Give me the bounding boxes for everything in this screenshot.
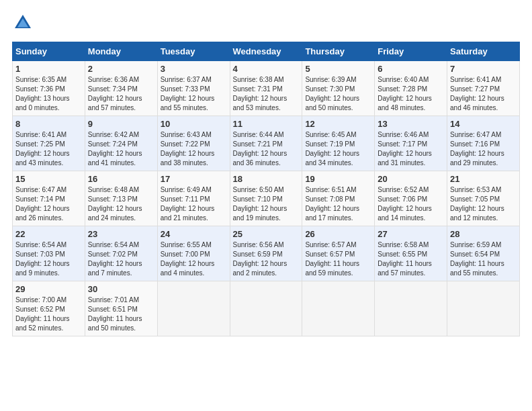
week-row-3: 22Sunrise: 6:54 AM Sunset: 7:03 PM Dayli… [13, 226, 520, 281]
logo-icon [12, 12, 34, 34]
day-number: 5 [305, 64, 371, 74]
day-cell [230, 281, 302, 336]
day-number: 21 [450, 174, 517, 184]
weekday-header-row: SundayMondayTuesdayWednesdayThursdayFrid… [13, 42, 520, 61]
weekday-header-monday: Monday [85, 42, 157, 61]
day-info: Sunrise: 6:42 AM Sunset: 7:24 PM Dayligh… [88, 130, 154, 168]
day-number: 4 [233, 64, 300, 74]
day-number: 14 [450, 119, 517, 129]
day-cell: 17Sunrise: 6:49 AM Sunset: 7:11 PM Dayli… [157, 171, 230, 226]
day-cell: 10Sunrise: 6:43 AM Sunset: 7:22 PM Dayli… [157, 116, 230, 171]
day-number: 2 [88, 64, 154, 74]
weekday-header-sunday: Sunday [13, 42, 85, 61]
day-info: Sunrise: 6:55 AM Sunset: 7:00 PM Dayligh… [161, 240, 227, 278]
day-info: Sunrise: 7:00 AM Sunset: 6:52 PM Dayligh… [15, 295, 82, 333]
day-number: 6 [378, 64, 444, 74]
day-number: 1 [15, 64, 82, 74]
day-number: 3 [161, 64, 227, 74]
day-info: Sunrise: 6:41 AM Sunset: 7:27 PM Dayligh… [450, 75, 517, 113]
day-cell: 12Sunrise: 6:45 AM Sunset: 7:19 PM Dayli… [302, 116, 375, 171]
day-cell: 14Sunrise: 6:47 AM Sunset: 7:16 PM Dayli… [447, 116, 520, 171]
weekday-header-saturday: Saturday [447, 42, 520, 61]
day-info: Sunrise: 6:51 AM Sunset: 7:08 PM Dayligh… [305, 185, 371, 223]
day-info: Sunrise: 6:35 AM Sunset: 7:36 PM Dayligh… [15, 75, 82, 113]
day-cell: 15Sunrise: 6:47 AM Sunset: 7:14 PM Dayli… [13, 171, 85, 226]
day-number: 20 [378, 174, 444, 184]
day-number: 26 [305, 229, 371, 239]
day-number: 29 [15, 284, 82, 294]
day-cell: 20Sunrise: 6:52 AM Sunset: 7:06 PM Dayli… [375, 171, 447, 226]
day-cell: 13Sunrise: 6:46 AM Sunset: 7:17 PM Dayli… [375, 116, 447, 171]
day-cell: 18Sunrise: 6:50 AM Sunset: 7:10 PM Dayli… [230, 171, 302, 226]
weekday-header-wednesday: Wednesday [230, 42, 302, 61]
day-cell: 11Sunrise: 6:44 AM Sunset: 7:21 PM Dayli… [230, 116, 302, 171]
day-cell [375, 281, 447, 336]
calendar-header [12, 12, 520, 34]
day-cell: 29Sunrise: 7:00 AM Sunset: 6:52 PM Dayli… [13, 281, 85, 336]
day-number: 25 [233, 229, 300, 239]
day-cell: 7Sunrise: 6:41 AM Sunset: 7:27 PM Daylig… [447, 61, 520, 116]
day-number: 8 [15, 119, 82, 129]
day-number: 10 [161, 119, 227, 129]
day-cell: 22Sunrise: 6:54 AM Sunset: 7:03 PM Dayli… [13, 226, 85, 281]
day-number: 18 [233, 174, 300, 184]
day-cell: 30Sunrise: 7:01 AM Sunset: 6:51 PM Dayli… [85, 281, 157, 336]
day-number: 28 [450, 229, 517, 239]
day-number: 27 [378, 229, 444, 239]
day-cell: 24Sunrise: 6:55 AM Sunset: 7:00 PM Dayli… [157, 226, 230, 281]
day-number: 19 [305, 174, 371, 184]
day-cell [302, 281, 375, 336]
week-row-2: 15Sunrise: 6:47 AM Sunset: 7:14 PM Dayli… [13, 171, 520, 226]
day-cell: 5Sunrise: 6:39 AM Sunset: 7:30 PM Daylig… [302, 61, 375, 116]
day-cell: 27Sunrise: 6:58 AM Sunset: 6:55 PM Dayli… [375, 226, 447, 281]
day-info: Sunrise: 6:44 AM Sunset: 7:21 PM Dayligh… [233, 130, 300, 168]
day-cell: 2Sunrise: 6:36 AM Sunset: 7:34 PM Daylig… [85, 61, 157, 116]
day-cell: 23Sunrise: 6:54 AM Sunset: 7:02 PM Dayli… [85, 226, 157, 281]
calendar-container: SundayMondayTuesdayWednesdayThursdayFrid… [0, 0, 532, 343]
weekday-header-friday: Friday [375, 42, 447, 61]
day-cell: 16Sunrise: 6:48 AM Sunset: 7:13 PM Dayli… [85, 171, 157, 226]
day-number: 30 [88, 284, 154, 294]
calendar-table: SundayMondayTuesdayWednesdayThursdayFrid… [12, 42, 520, 336]
day-cell: 3Sunrise: 6:37 AM Sunset: 7:33 PM Daylig… [157, 61, 230, 116]
day-cell: 6Sunrise: 6:40 AM Sunset: 7:28 PM Daylig… [375, 61, 447, 116]
day-cell: 8Sunrise: 6:41 AM Sunset: 7:25 PM Daylig… [13, 116, 85, 171]
day-number: 24 [161, 229, 227, 239]
logo [12, 12, 36, 34]
day-number: 17 [161, 174, 227, 184]
day-info: Sunrise: 6:39 AM Sunset: 7:30 PM Dayligh… [305, 75, 371, 113]
day-info: Sunrise: 6:43 AM Sunset: 7:22 PM Dayligh… [161, 130, 227, 168]
day-cell [157, 281, 230, 336]
week-row-0: 1Sunrise: 6:35 AM Sunset: 7:36 PM Daylig… [13, 61, 520, 116]
day-info: Sunrise: 6:52 AM Sunset: 7:06 PM Dayligh… [378, 185, 444, 223]
day-cell [447, 281, 520, 336]
day-number: 23 [88, 229, 154, 239]
weekday-header-tuesday: Tuesday [157, 42, 230, 61]
day-info: Sunrise: 6:54 AM Sunset: 7:02 PM Dayligh… [88, 240, 154, 278]
day-info: Sunrise: 6:50 AM Sunset: 7:10 PM Dayligh… [233, 185, 300, 223]
day-number: 12 [305, 119, 371, 129]
day-info: Sunrise: 6:38 AM Sunset: 7:31 PM Dayligh… [233, 75, 300, 113]
day-info: Sunrise: 6:40 AM Sunset: 7:28 PM Dayligh… [378, 75, 444, 113]
day-info: Sunrise: 6:58 AM Sunset: 6:55 PM Dayligh… [378, 240, 444, 278]
day-number: 11 [233, 119, 300, 129]
week-row-4: 29Sunrise: 7:00 AM Sunset: 6:52 PM Dayli… [13, 281, 520, 336]
day-info: Sunrise: 6:47 AM Sunset: 7:14 PM Dayligh… [15, 185, 82, 223]
day-info: Sunrise: 6:53 AM Sunset: 7:05 PM Dayligh… [450, 185, 517, 223]
day-info: Sunrise: 6:36 AM Sunset: 7:34 PM Dayligh… [88, 75, 154, 113]
day-info: Sunrise: 6:48 AM Sunset: 7:13 PM Dayligh… [88, 185, 154, 223]
day-cell: 1Sunrise: 6:35 AM Sunset: 7:36 PM Daylig… [13, 61, 85, 116]
day-cell: 4Sunrise: 6:38 AM Sunset: 7:31 PM Daylig… [230, 61, 302, 116]
day-number: 15 [15, 174, 82, 184]
day-info: Sunrise: 6:46 AM Sunset: 7:17 PM Dayligh… [378, 130, 444, 168]
day-info: Sunrise: 6:41 AM Sunset: 7:25 PM Dayligh… [15, 130, 82, 168]
day-info: Sunrise: 6:54 AM Sunset: 7:03 PM Dayligh… [15, 240, 82, 278]
day-info: Sunrise: 6:45 AM Sunset: 7:19 PM Dayligh… [305, 130, 371, 168]
day-info: Sunrise: 6:57 AM Sunset: 6:57 PM Dayligh… [305, 240, 371, 278]
day-info: Sunrise: 6:56 AM Sunset: 6:59 PM Dayligh… [233, 240, 300, 278]
weekday-header-thursday: Thursday [302, 42, 375, 61]
day-number: 22 [15, 229, 82, 239]
day-cell: 25Sunrise: 6:56 AM Sunset: 6:59 PM Dayli… [230, 226, 302, 281]
day-cell: 19Sunrise: 6:51 AM Sunset: 7:08 PM Dayli… [302, 171, 375, 226]
day-cell: 9Sunrise: 6:42 AM Sunset: 7:24 PM Daylig… [85, 116, 157, 171]
